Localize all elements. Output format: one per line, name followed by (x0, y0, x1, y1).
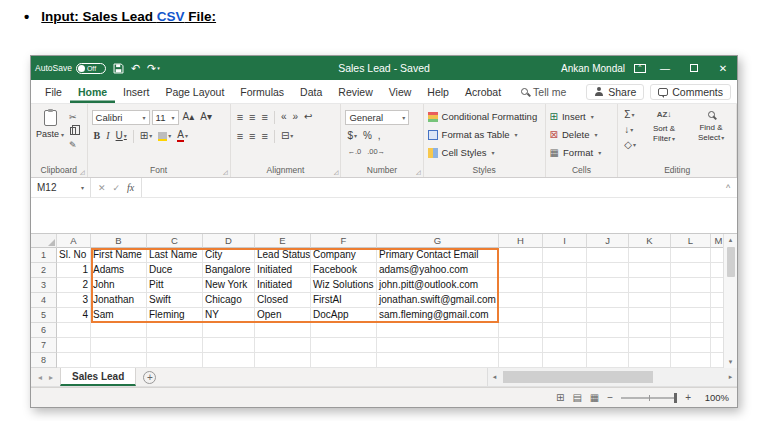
cell-F6[interactable] (311, 323, 377, 338)
increase-decimal-icon[interactable]: ←.0 (345, 148, 363, 156)
formula-bar-expanded-area[interactable] (31, 198, 737, 234)
cell-H5[interactable] (499, 308, 543, 323)
increase-indent-icon[interactable]: » (290, 112, 300, 122)
cell-M4[interactable] (711, 293, 723, 308)
row-header-3[interactable]: 3 (31, 278, 57, 293)
menu-tab-help[interactable]: Help (419, 80, 457, 103)
cell-E6[interactable] (255, 323, 311, 338)
zoom-thumb[interactable] (674, 393, 677, 403)
cell-A7[interactable] (57, 338, 91, 353)
copy-icon[interactable] (69, 124, 77, 137)
cell-F3[interactable]: Wiz Solutions (311, 278, 377, 293)
cell-K8[interactable] (629, 353, 671, 368)
cell-E4[interactable]: Closed (255, 293, 311, 308)
cell-H2[interactable] (499, 263, 543, 278)
cell-C1[interactable]: Last Name (147, 248, 203, 263)
vertical-scrollbar[interactable]: ▴ ▾ (723, 234, 737, 368)
bold-button[interactable]: B (92, 131, 103, 141)
cell-E3[interactable]: Initiated (255, 278, 311, 293)
decrease-indent-icon[interactable]: « (279, 112, 289, 122)
decrease-decimal-icon[interactable]: .00→ (365, 148, 387, 156)
menu-tab-formulas[interactable]: Formulas (232, 80, 292, 103)
cell-E5[interactable]: Open (255, 308, 311, 323)
conditional-formatting-button[interactable]: Conditional Formatting ▾ (428, 108, 541, 125)
cell-I3[interactable] (543, 278, 587, 293)
cell-B2[interactable]: Adams (91, 263, 147, 278)
cell-M5[interactable] (711, 308, 723, 323)
cell-K7[interactable] (629, 338, 671, 353)
wrap-text-icon[interactable]: ↩ (302, 112, 314, 122)
cell-D6[interactable] (203, 323, 255, 338)
cell-C6[interactable] (147, 323, 203, 338)
zoom-level[interactable]: 100% (699, 392, 729, 403)
cell-G4[interactable]: jonathan.swift@gmail.com (377, 293, 499, 308)
cell-A1[interactable]: Sl. No (57, 248, 91, 263)
align-middle-icon[interactable]: ≡ (247, 112, 257, 123)
cell-G8[interactable] (377, 353, 499, 368)
cell-M2[interactable] (711, 263, 723, 278)
number-format-combo[interactable]: General▾ (345, 110, 409, 125)
column-header-M[interactable]: M (711, 234, 723, 248)
accounting-format-icon[interactable]: $▾ (345, 131, 359, 141)
horizontal-scrollbar[interactable]: ◂ ▸ (487, 368, 737, 386)
cell-L5[interactable] (671, 308, 711, 323)
enter-icon[interactable]: ✓ (113, 183, 121, 193)
column-header-A[interactable]: A (57, 234, 91, 248)
cell-J4[interactable] (587, 293, 629, 308)
increase-font-size-icon[interactable]: A▴ (181, 112, 197, 122)
cell-B3[interactable]: John (91, 278, 147, 293)
cell-A6[interactable] (57, 323, 91, 338)
cell-J5[interactable] (587, 308, 629, 323)
cell-F5[interactable]: DocApp (311, 308, 377, 323)
cell-F2[interactable]: Facebook (311, 263, 377, 278)
sheet-nav-left-icon[interactable]: ◂ (38, 373, 42, 382)
cell-B4[interactable]: Jonathan (91, 293, 147, 308)
new-sheet-button[interactable]: + (143, 371, 156, 384)
hscroll-thumb[interactable] (503, 371, 653, 383)
delete-cells-button[interactable]: ⊠ Delete ▾ (550, 126, 614, 143)
column-header-D[interactable]: D (203, 234, 255, 248)
cell-B1[interactable]: First Name (91, 248, 147, 263)
cell-J1[interactable] (587, 248, 629, 263)
format-painter-icon[interactable]: ✎ (69, 138, 77, 151)
save-icon[interactable] (113, 63, 124, 74)
cell-C4[interactable]: Swift (147, 293, 203, 308)
align-top-icon[interactable]: ≡ (235, 112, 245, 123)
cell-D3[interactable]: New York (203, 278, 255, 293)
column-header-B[interactable]: B (91, 234, 147, 248)
cell-K4[interactable] (629, 293, 671, 308)
close-button[interactable]: ✕ (713, 56, 733, 80)
alignment-dialog-launcher-icon[interactable]: ◿ (334, 168, 339, 175)
account-name[interactable]: Ankan Mondal (561, 63, 625, 74)
autosum-icon[interactable]: Σ▾ (622, 107, 638, 122)
cell-M7[interactable] (711, 338, 723, 353)
decrease-font-size-icon[interactable]: A▾ (198, 112, 214, 122)
normal-view-icon[interactable]: ⊞ (556, 392, 564, 403)
format-cells-button[interactable]: ▦ Format ▾ (550, 144, 614, 161)
undo-icon[interactable]: ↶ (131, 63, 140, 74)
cell-M8[interactable] (711, 353, 723, 368)
column-header-E[interactable]: E (255, 234, 311, 248)
cell-K5[interactable] (629, 308, 671, 323)
align-center-icon[interactable]: ≡ (247, 131, 257, 142)
cell-B5[interactable]: Sam (91, 308, 147, 323)
maximize-button[interactable] (684, 56, 704, 80)
csv-link[interactable]: CSV (157, 9, 185, 24)
cell-L8[interactable] (671, 353, 711, 368)
row-header-1[interactable]: 1 (31, 248, 57, 263)
cell-E7[interactable] (255, 338, 311, 353)
row-header-7[interactable]: 7 (31, 338, 57, 353)
sheet-tab-sales-lead[interactable]: Sales Lead (60, 368, 136, 386)
cell-C8[interactable] (147, 353, 203, 368)
vscroll-track[interactable] (724, 246, 737, 356)
cell-H3[interactable] (499, 278, 543, 293)
cell-I6[interactable] (543, 323, 587, 338)
cell-H6[interactable] (499, 323, 543, 338)
cell-I5[interactable] (543, 308, 587, 323)
number-dialog-launcher-icon[interactable]: ◿ (416, 168, 421, 175)
zoom-in-icon[interactable]: + (685, 392, 691, 403)
column-header-H[interactable]: H (499, 234, 543, 248)
cell-J3[interactable] (587, 278, 629, 293)
cell-M6[interactable] (711, 323, 723, 338)
cell-C7[interactable] (147, 338, 203, 353)
